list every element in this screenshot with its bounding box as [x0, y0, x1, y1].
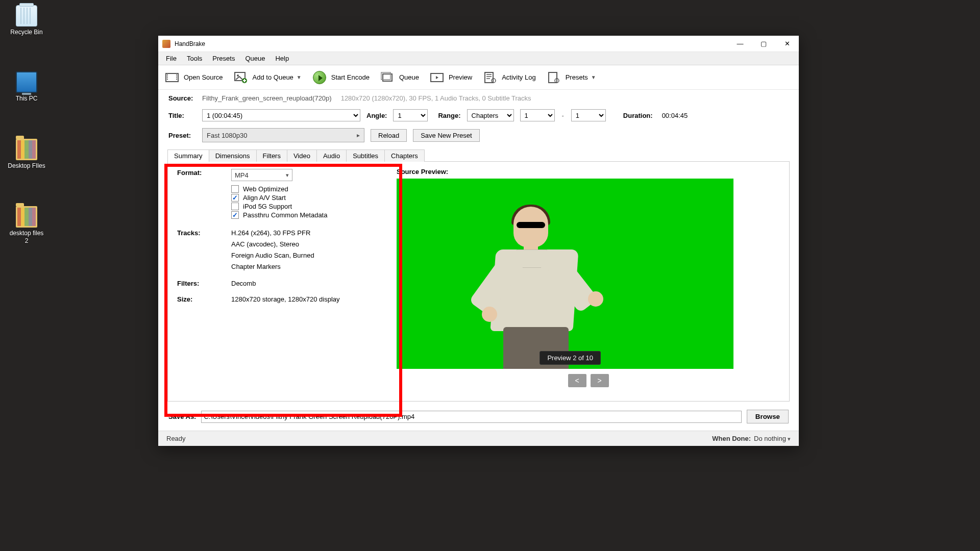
range-from-select[interactable]: 1	[520, 109, 555, 121]
titlebar[interactable]: HandBrake — ▢ ✕	[158, 36, 799, 52]
menu-tools[interactable]: Tools	[182, 53, 207, 64]
desktop-icon-label: This PC	[7, 95, 46, 103]
preview-image: Preview 2 of 10	[397, 179, 733, 369]
desktop-icon-this-pc[interactable]: This PC	[7, 71, 46, 103]
title-label: Title:	[168, 112, 196, 119]
queue-label: Queue	[399, 73, 419, 81]
queue-button[interactable]: Queue	[380, 70, 420, 85]
when-done-label: When Done:	[712, 435, 751, 442]
svg-rect-1	[167, 74, 168, 76]
activity-log-button[interactable]: Activity Log	[482, 70, 536, 85]
tab-dimensions[interactable]: Dimensions	[209, 149, 257, 162]
tab-chapters[interactable]: Chapters	[384, 149, 425, 162]
range-label: Range:	[438, 112, 460, 119]
ipod-5g-support-checkbox[interactable]: iPod 5G Support	[231, 203, 378, 210]
tab-audio[interactable]: Audio	[316, 149, 347, 162]
format-select[interactable]: MP4	[231, 169, 292, 181]
tab-filters[interactable]: Filters	[256, 149, 287, 162]
film-icon	[165, 72, 179, 83]
desktop-icon-desktop-files-2[interactable]: desktop files 2	[7, 206, 46, 245]
log-icon	[483, 72, 497, 83]
menu-presets[interactable]: Presets	[208, 53, 239, 64]
menu-queue[interactable]: Queue	[240, 53, 270, 64]
preview-nav: < >	[397, 374, 780, 387]
main-body: Source: Filthy_Frank_green_screen_reuplo…	[158, 90, 799, 431]
range-to-select[interactable]: 1	[571, 109, 606, 121]
content-panels: Format: MP4 Web Optimized Align A/V Star…	[167, 162, 790, 402]
checkbox-icon	[231, 185, 239, 193]
menu-help[interactable]: Help	[271, 53, 293, 64]
align-av-start-checkbox[interactable]: Align A/V Start	[231, 194, 378, 202]
picture-plus-icon	[234, 72, 248, 83]
person-figure	[486, 207, 614, 369]
browse-button[interactable]: Browse	[747, 410, 789, 423]
desktop-icon-desktop-files[interactable]: Desktop FIles	[7, 139, 46, 170]
angle-label: Angle:	[366, 112, 387, 119]
start-encode-button[interactable]: Start Encode	[312, 69, 371, 86]
handbrake-icon	[162, 40, 170, 48]
toolbar: Open Source Add to Queue ▼ Start Encode …	[158, 65, 799, 90]
svg-rect-3	[167, 79, 168, 80]
checkbox-icon	[231, 211, 239, 219]
status-text: Ready	[166, 435, 186, 442]
track-audio: AAC (avcodec), Stereo	[231, 240, 378, 248]
checkbox-icon	[231, 194, 239, 202]
passthru-metadata-checkbox[interactable]: Passthru Common Metadata	[231, 211, 378, 219]
desktop-icon-label: Desktop FIles	[7, 162, 46, 170]
preview-label: Preview	[449, 73, 472, 81]
recycle-bin-icon	[16, 5, 37, 27]
reload-button[interactable]: Reload	[371, 129, 407, 142]
preset-select[interactable]: Fast 1080p30	[202, 128, 364, 142]
preview-button[interactable]: Preview	[429, 70, 473, 85]
presets-icon	[547, 72, 560, 83]
preset-label: Preset:	[168, 132, 196, 139]
tab-summary[interactable]: Summary	[167, 149, 209, 162]
angle-select[interactable]: 1	[393, 109, 428, 121]
filters-label: Filters:	[177, 280, 228, 287]
preview-prev-button[interactable]: <	[568, 374, 586, 387]
title-select[interactable]: 1 (00:04:45)	[202, 109, 360, 121]
range-type-select[interactable]: Chapters	[467, 109, 514, 121]
preview-next-button[interactable]: >	[591, 374, 609, 387]
activity-log-label: Activity Log	[502, 73, 535, 81]
preset-row: Preset: Fast 1080p30 Reload Save New Pre…	[158, 123, 799, 149]
pictures-icon	[381, 72, 394, 83]
preview-icon	[430, 72, 444, 83]
maximize-button[interactable]: ▢	[752, 36, 775, 52]
pc-icon	[16, 71, 37, 93]
filters-value: Decomb	[231, 280, 378, 287]
presets-label: Presets	[566, 73, 588, 81]
track-chapters: Chapter Markers	[231, 263, 378, 270]
when-done-select[interactable]: Do nothing	[754, 435, 791, 442]
minimize-button[interactable]: —	[728, 36, 752, 52]
tab-row: Summary Dimensions Filters Video Audio S…	[158, 149, 799, 162]
track-video: H.264 (x264), 30 FPS PFR	[231, 229, 378, 237]
svg-rect-15	[549, 72, 557, 83]
presets-button[interactable]: Presets ▼	[546, 70, 597, 85]
window-title: HandBrake	[175, 40, 205, 47]
svg-rect-6	[176, 79, 177, 80]
tab-subtitles[interactable]: Subtitles	[346, 149, 385, 162]
open-source-button[interactable]: Open Source	[164, 70, 224, 85]
save-new-preset-button[interactable]: Save New Preset	[413, 129, 479, 142]
statusbar: Ready When Done: Do nothing	[158, 431, 799, 446]
add-to-queue-button[interactable]: Add to Queue ▼	[233, 70, 303, 85]
folder-icon	[16, 206, 37, 228]
desktop-icon-recycle-bin[interactable]: Recycle Bin	[7, 5, 46, 36]
close-button[interactable]: ✕	[775, 36, 799, 52]
size-label: Size:	[177, 295, 228, 303]
folder-icon	[16, 139, 37, 160]
menu-file[interactable]: File	[161, 53, 181, 64]
svg-rect-2	[167, 77, 168, 78]
save-as-label: Save As:	[168, 413, 196, 420]
play-icon	[313, 71, 326, 84]
save-as-input[interactable]	[201, 411, 741, 423]
open-source-label: Open Source	[184, 73, 223, 81]
web-optimized-checkbox[interactable]: Web Optimized	[231, 185, 378, 193]
format-label: Format:	[177, 169, 228, 220]
menubar: File Tools Presets Queue Help	[158, 52, 799, 65]
checkbox-icon	[231, 203, 239, 210]
chevron-down-icon: ▼	[297, 74, 302, 80]
tab-video[interactable]: Video	[287, 149, 317, 162]
duration-value: 00:04:45	[662, 112, 688, 119]
